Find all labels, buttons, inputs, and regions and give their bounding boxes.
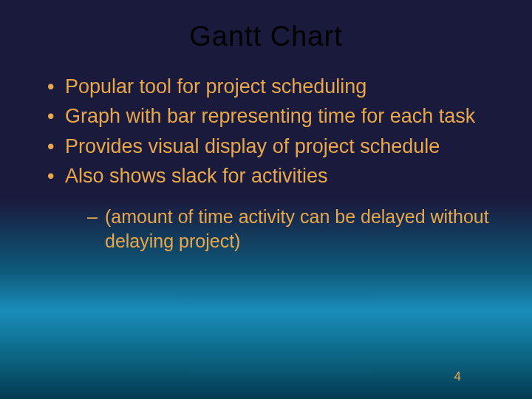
list-item: Graph with bar representing time for eac… — [44, 103, 495, 129]
bullet-list: Popular tool for project scheduling Grap… — [37, 73, 495, 253]
list-item: Provides visual display of project sched… — [44, 133, 495, 160]
slide: Gantt Chart Popular tool for project sch… — [0, 0, 532, 399]
list-item: Also shows slack for activities (amount … — [44, 163, 495, 253]
page-number: 4 — [454, 369, 461, 384]
sub-list: (amount of time activity can be delayed … — [65, 205, 495, 253]
sub-list-item: (amount of time activity can be delayed … — [87, 205, 495, 253]
list-item-text: Also shows slack for activities — [65, 165, 328, 187]
slide-title: Gantt Chart — [37, 21, 495, 52]
list-item: Popular tool for project scheduling — [44, 73, 495, 100]
